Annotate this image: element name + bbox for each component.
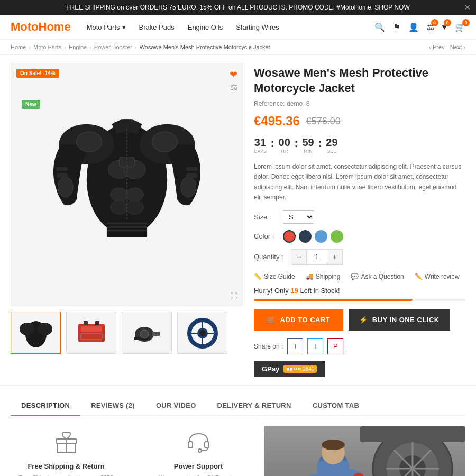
color-swatch-red[interactable]: [283, 230, 296, 243]
account-icon[interactable]: 👤: [408, 22, 419, 32]
svg-point-48: [198, 449, 202, 452]
compare-badge: 0: [431, 19, 438, 26]
description-content: Free Shipping & Return Free Shipping on …: [11, 426, 465, 476]
thumbnail-3[interactable]: [122, 312, 172, 354]
header: MotoHome Moto Parts ▾ Brake Pads Engine …: [0, 15, 476, 40]
product-area: On Sale! -14% New ❤ ⚖: [0, 55, 476, 385]
tab-description[interactable]: DESCRIPTION: [11, 396, 80, 416]
thumbnail-1[interactable]: [11, 312, 61, 354]
action-buttons: 🛒 ADD TO CART ⚡ BUY IN ONE CLICK: [254, 309, 465, 331]
size-select[interactable]: S M L XL XXL: [283, 210, 314, 224]
write-review-link[interactable]: ✏️ Write review: [415, 273, 460, 280]
nav-moto-parts[interactable]: Moto Parts ▾: [87, 23, 126, 31]
size-guide-link[interactable]: 📏 Size Guide: [254, 273, 295, 280]
buy-one-click-button[interactable]: ⚡ BUY IN ONE CLICK: [349, 309, 450, 331]
quantity-input[interactable]: [306, 250, 327, 264]
feature-title-2: Power Support: [174, 462, 223, 470]
quantity-decrease-button[interactable]: −: [291, 250, 306, 264]
svg-rect-31: [95, 321, 99, 325]
logo[interactable]: MotoHome: [11, 20, 71, 34]
stock-quantity: 19: [290, 287, 298, 295]
product-reference: Reference: demo_8: [254, 100, 465, 107]
wishlist-icon[interactable]: ♥ 0: [442, 22, 447, 32]
svg-rect-18: [107, 226, 147, 228]
banner-text: FREE SHIPPING on over ORDERS 75 EURO. 15…: [66, 4, 410, 11]
svg-point-38: [199, 330, 206, 336]
gift-icon: [50, 426, 82, 458]
flag-icon[interactable]: ⚑: [393, 22, 400, 32]
color-swatches: [283, 230, 343, 243]
svg-rect-21: [57, 173, 68, 178]
zoom-icon[interactable]: ⛶: [230, 292, 237, 300]
breadcrumb-power-booster[interactable]: Power Booster: [94, 44, 132, 50]
color-swatch-green[interactable]: [331, 230, 343, 243]
promo-image: [264, 426, 465, 476]
quantity-increase-button[interactable]: +: [327, 250, 342, 264]
compare-icon[interactable]: ⚖ 0: [427, 22, 434, 32]
ask-question-link[interactable]: 💬 Ask a Question: [351, 273, 404, 280]
breadcrumb-moto-parts[interactable]: Moto Parts: [33, 44, 61, 50]
color-swatch-dark[interactable]: [299, 230, 312, 243]
svg-point-6: [152, 132, 178, 152]
countdown-seconds: 29 SEC: [326, 136, 337, 154]
add-to-cart-button[interactable]: 🛒 ADD TO CART: [254, 309, 343, 331]
close-banner-button[interactable]: ✕: [464, 3, 471, 12]
stock-bar-fill: [254, 299, 413, 301]
svg-point-15: [181, 177, 196, 197]
cart-icon[interactable]: 🛒 0: [455, 22, 465, 32]
share-pinterest-button[interactable]: P: [327, 338, 343, 354]
tab-reviews[interactable]: REVIEWS (2): [80, 396, 145, 416]
quantity-row: Quantity : − +: [254, 249, 465, 265]
stock-info: Hurry! Only 19 Left in Stock!: [254, 287, 465, 295]
svg-rect-46: [188, 442, 193, 448]
cart-icon-btn: 🛒: [267, 316, 276, 324]
product-description: Lorem ipsum dolor sit amet, consectetur …: [254, 162, 465, 203]
thumbnail-2[interactable]: [66, 312, 116, 354]
prev-product-button[interactable]: ‹ Prev: [429, 44, 444, 50]
nav-starting-wires[interactable]: Starting Wires: [236, 23, 279, 31]
breadcrumb-current: Wosawe Men's Mesh Protective Motorcycle …: [140, 44, 270, 50]
card-icon: ■■ •••• 2640: [283, 365, 317, 373]
color-label: Color :: [254, 232, 278, 240]
tab-custom[interactable]: CUSTOM TAB: [302, 396, 370, 416]
main-nav: Moto Parts ▾ Brake Pads Engine Oils Star…: [87, 23, 374, 31]
svg-rect-20: [57, 167, 68, 171]
svg-rect-65: [360, 426, 465, 442]
thumbnail-4[interactable]: [177, 312, 227, 354]
share-facebook-button[interactable]: f: [287, 338, 303, 354]
search-icon[interactable]: 🔍: [374, 22, 385, 32]
svg-rect-23: [186, 173, 197, 178]
payment-badge: GPay ■■ •••• 2640: [254, 361, 325, 377]
countdown-hours: 00 HR: [279, 136, 290, 154]
svg-point-11: [125, 200, 143, 215]
lightning-icon: ⚡: [359, 316, 368, 324]
new-badge: New: [22, 100, 40, 109]
svg-point-5: [77, 132, 102, 152]
color-swatch-blue[interactable]: [315, 230, 327, 243]
ruler-icon: 📏: [254, 273, 262, 280]
share-twitter-button[interactable]: t: [307, 338, 323, 354]
share-label: Share on :: [254, 343, 283, 350]
product-main-image[interactable]: [42, 79, 212, 290]
headset-icon: [182, 426, 214, 458]
nav-brake-pads[interactable]: Brake Pads: [139, 23, 175, 31]
tab-delivery[interactable]: DELIVERY & RETURN: [207, 396, 302, 416]
next-product-button[interactable]: Next ›: [450, 44, 465, 50]
shipping-link[interactable]: 🚚 Shipping: [306, 273, 341, 280]
svg-point-35: [140, 330, 149, 338]
breadcrumb-home[interactable]: Home: [11, 44, 26, 50]
product-info: Wosawe Men's Mesh Protective Motorcycle …: [254, 63, 465, 377]
features-grid: Free Shipping & Return Free Shipping on …: [11, 426, 254, 476]
svg-rect-17: [107, 222, 147, 224]
logo-moto: Moto: [11, 20, 39, 33]
breadcrumb-nav: ‹ Prev Next ›: [429, 44, 465, 50]
product-tabs: DESCRIPTION REVIEWS (2) OUR VIDEO DELIVE…: [11, 396, 465, 416]
gpay-label: GPay: [262, 365, 279, 373]
breadcrumb-engine[interactable]: Engine: [69, 44, 87, 50]
sale-badge: On Sale! -14%: [16, 69, 59, 78]
pencil-icon: ✏️: [415, 273, 423, 280]
wishlist-heart-icon[interactable]: ❤: [230, 69, 237, 80]
tab-video[interactable]: OUR VIDEO: [145, 396, 207, 416]
compare-scales-icon[interactable]: ⚖: [230, 82, 237, 92]
nav-engine-oils[interactable]: Engine Oils: [188, 23, 223, 31]
